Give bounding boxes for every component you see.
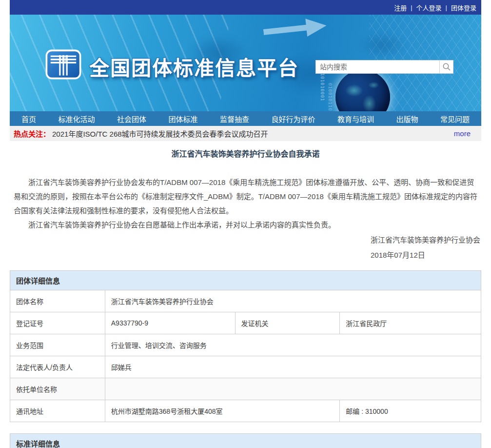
signature-block: 浙江省汽车装饰美容养护行业协会 2018年07月12日 <box>371 232 480 263</box>
nav-item-good-behavior[interactable]: 良好行为评价 <box>271 114 315 124</box>
info-label-cell: 业务范围 <box>10 334 105 356</box>
topbar-separator: | <box>411 4 412 11</box>
arrow-decoration <box>262 15 328 42</box>
table-row: 通讯地址 杭州市湖墅南路368号浙租大厦408室 邮编 : 310000 <box>10 400 481 422</box>
group-login-link[interactable]: 团体登录 <box>451 3 476 12</box>
table-row: 依托单位名称 <box>10 378 481 400</box>
hot-news-bar: 热点关注： 2021年度ISO/TC 268城市可持续发展技术委员会春季会议成功… <box>10 126 481 141</box>
info-value-cell: 邱娣兵 <box>105 356 481 378</box>
nav-item-supervision[interactable]: 监督抽查 <box>220 114 249 124</box>
section-title: 标准详细信息 <box>10 434 481 448</box>
nav-item-education[interactable]: 教育与培训 <box>337 114 374 124</box>
nav-item-group-standards[interactable]: 团体标准 <box>168 114 197 124</box>
hot-news-headline[interactable]: 2021年度ISO/TC 268城市可持续发展技术委员会春季会议成功召开 <box>52 128 454 139</box>
site-banner: 101010001 010010110 全国团体标准信息平台 <box>10 15 481 111</box>
info-value-cell: 浙江省民政厅 <box>340 312 481 334</box>
nav-item-publications[interactable]: 出版物 <box>396 114 418 124</box>
table-row: 登记证号 A9337790-9 发证机关 浙江省民政厅 <box>10 312 481 334</box>
nav-item-faq[interactable]: 常见问题 <box>440 114 470 124</box>
site-logo-icon[interactable] <box>45 49 82 80</box>
commitment-article: 浙江省汽车装饰美容养护行业协会自我承诺 浙江省汽车装饰美容养护行业协会发布的T/… <box>10 141 481 263</box>
hot-news-label: 热点关注： <box>14 128 50 139</box>
site-title: 全国团体标准信息平台 <box>89 52 299 81</box>
info-label-cell: 登记证号 <box>10 312 105 334</box>
info-value-cell: 浙江省汽车装饰美容养护行业协会 <box>105 290 481 312</box>
topbar: 注册 | 个人登录 | 团体登录 <box>10 0 481 15</box>
signature-date: 2018年07月12日 <box>371 247 480 263</box>
search-button[interactable] <box>439 61 453 73</box>
binary-decoration: 101010001 <box>320 73 325 102</box>
article-paragraph: 浙江省汽车装饰美容养护行业协会在自愿基础上作出本承诺，并对以上承诺内容的真实性负… <box>10 218 481 232</box>
table-row: 法定代表人/负责人 邱娣兵 <box>10 356 481 378</box>
search-icon <box>442 62 451 71</box>
page-container: 注册 | 个人登录 | 团体登录 101010001 010010110 <box>10 0 481 448</box>
search-input[interactable] <box>316 61 439 73</box>
info-value-cell: 邮编 : 310000 <box>340 400 481 422</box>
article-title: 浙江省汽车装饰美容养护行业协会自我承诺 <box>10 147 481 159</box>
nav-item-home[interactable]: 首页 <box>21 114 36 124</box>
section-title: 团体详细信息 <box>10 271 481 290</box>
table-section-header: 标准详细信息 <box>10 434 481 448</box>
register-link[interactable]: 注册 <box>394 3 407 12</box>
personal-login-link[interactable]: 个人登录 <box>416 3 442 12</box>
table-row: 业务范围 行业管理、培训交流、咨询服务 <box>10 334 481 356</box>
standard-info-table: 标准详细信息 标准状态 现行 <box>10 433 481 448</box>
info-value-cell: 行业管理、培训交流、咨询服务 <box>105 334 481 356</box>
nav-item-standardization-activities[interactable]: 标准化活动 <box>58 114 95 124</box>
topbar-separator: | <box>446 4 447 11</box>
site-search <box>315 60 453 74</box>
info-label-cell: 通讯地址 <box>10 400 105 422</box>
article-paragraph: 浙江省汽车装饰美容养护行业协会发布的T/ADBM 007—2018《乘用车精洗施… <box>10 175 481 218</box>
globe-decoration <box>335 70 390 111</box>
info-value-cell: 杭州市湖墅南路368号浙租大厦408室 <box>105 400 340 422</box>
main-nav: 首页 标准化活动 社会团体 团体标准 监督抽查 良好行为评价 教育与培训 出版物… <box>10 111 481 126</box>
info-label-cell: 法定代表人/负责人 <box>10 356 105 378</box>
group-info-table: 团体详细信息 团体名称 浙江省汽车装饰美容养护行业协会 登记证号 A933779… <box>10 270 481 422</box>
globe-land-decoration <box>335 70 390 111</box>
more-link[interactable]: more <box>454 129 471 138</box>
table-row: 团体名称 浙江省汽车装饰美容养护行业协会 <box>10 290 481 312</box>
info-value-cell: A9337790-9 <box>105 312 235 334</box>
info-value-cell <box>105 378 481 400</box>
info-label-cell: 发证机关 <box>235 312 340 334</box>
signature-name: 浙江省汽车装饰美容养护行业协会 <box>371 232 480 247</box>
info-label-cell: 团体名称 <box>10 290 105 312</box>
binary-decoration: 010010110 <box>328 83 333 111</box>
table-section-header: 团体详细信息 <box>10 271 481 290</box>
nav-item-social-groups[interactable]: 社会团体 <box>117 114 146 124</box>
info-label-cell: 依托单位名称 <box>10 378 105 400</box>
